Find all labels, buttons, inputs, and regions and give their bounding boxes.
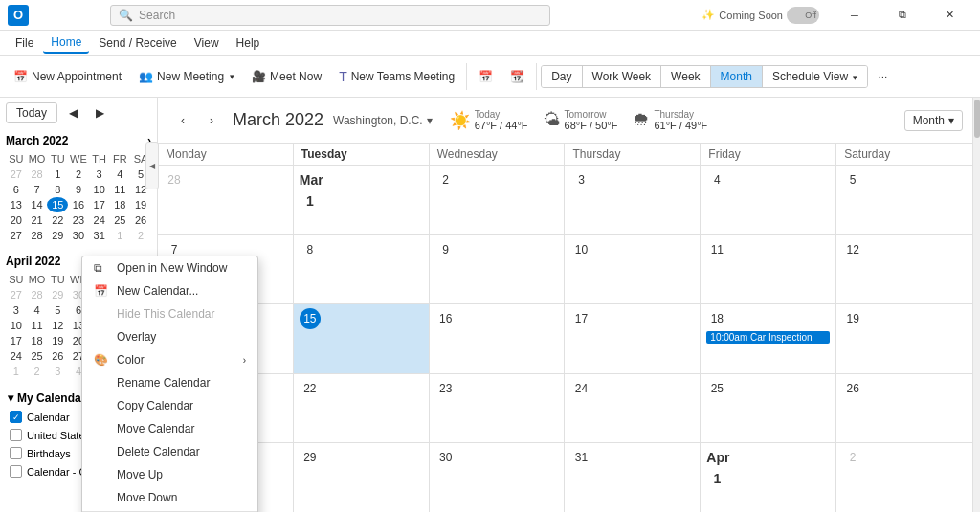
mini-cal-day[interactable]: 23 [68,212,89,228]
calendar-event[interactable]: 10:00am Car Inspection [706,331,830,344]
mini-cal-day[interactable]: 16 [68,197,89,212]
mini-cal-day[interactable]: 1 [6,364,27,379]
mini-cal-day[interactable]: 2 [27,364,48,379]
mini-cal-day[interactable]: 27 [6,167,27,182]
cal-cell[interactable]: 16 [430,304,566,373]
scroll-bar[interactable] [972,98,980,512]
calendar-checkbox[interactable] [10,447,22,459]
mini-cal-day[interactable]: 19 [130,197,151,212]
cal-cell[interactable]: 3 [565,166,701,234]
cal-cell[interactable]: 11 [701,235,836,304]
calendar-location[interactable]: Washington, D.C. ▾ [333,114,433,127]
mini-cal-day[interactable]: 28 [27,287,48,302]
cal-cell[interactable]: Apr 1 [701,443,836,512]
cal-cell[interactable]: 31 [565,443,701,512]
cal-cell[interactable]: 9 [430,235,566,304]
mini-cal-day[interactable]: 15 [47,197,68,212]
next-month-button[interactable]: ▶ [88,101,111,124]
menu-file[interactable]: File [8,33,41,53]
view-work-week-button[interactable]: Work Week [583,66,662,87]
context-menu-item[interactable]: 🎨Color› [82,348,257,371]
cal-cell[interactable]: 19 [836,304,972,373]
mini-cal-day[interactable]: 20 [6,212,27,228]
mini-cal-day[interactable]: 28 [27,167,48,182]
cal-cell[interactable]: 17 [565,304,701,373]
mini-cal-day[interactable]: 13 [6,197,27,212]
context-menu-item[interactable]: Overlay [82,325,257,348]
mini-cal-day[interactable]: 24 [89,212,110,228]
menu-send-receive[interactable]: Send / Receive [91,33,184,53]
mini-cal-day[interactable]: 19 [47,333,68,348]
view-schedule-button[interactable]: Schedule View ▾ [763,66,868,87]
mini-cal-day[interactable]: 26 [47,348,68,364]
menu-home[interactable]: Home [43,33,89,54]
cal-cell[interactable]: 22 [294,374,430,443]
cal-cell[interactable]: 8 [294,235,430,304]
mini-cal-day[interactable]: 1 [47,167,68,182]
scroll-thumb[interactable] [974,100,980,138]
cal-next-button[interactable]: › [200,109,223,132]
mini-cal-day[interactable]: 4 [110,167,131,182]
mini-cal-day[interactable]: 3 [47,364,68,379]
cal-cell[interactable]: 30 [430,443,566,512]
context-menu-item[interactable]: Move Up [82,463,257,486]
mini-cal-day[interactable]: 22 [47,212,68,228]
cal-cell[interactable]: 28 [158,166,294,234]
sidebar-collapse-handle[interactable]: ◀ [145,142,158,189]
context-menu-item[interactable]: Move Calendar [82,417,257,440]
prev-month-button[interactable]: ◀ [61,101,84,124]
menu-view[interactable]: View [187,33,227,53]
cal-cell[interactable]: 25 [701,374,836,443]
cal-cell[interactable]: 1810:00am Car Inspection [701,304,836,373]
mini-cal-day[interactable]: 11 [27,318,48,333]
mini-cal-day[interactable]: 24 [6,348,27,364]
mini-cal-day[interactable]: 3 [89,167,110,182]
mini-cal-day[interactable]: 25 [27,348,48,364]
mini-cal-day[interactable]: 27 [6,287,27,302]
cal-cell[interactable]: Mar 1 [294,166,430,234]
mini-cal-day[interactable]: 18 [27,333,48,348]
restore-button[interactable]: ⧉ [880,0,924,31]
mini-cal-day[interactable]: 26 [130,212,151,228]
cal-cell[interactable]: 24 [565,374,701,443]
mini-cal-day[interactable]: 18 [110,197,131,212]
mini-cal-day[interactable]: 10 [6,318,27,333]
mini-cal-day[interactable]: 30 [68,228,89,243]
mini-cal-day[interactable]: 10 [89,182,110,197]
mini-cal-day[interactable]: 25 [110,212,131,228]
mini-cal-day[interactable]: 31 [89,228,110,243]
mini-cal-day[interactable]: 29 [47,228,68,243]
minimize-button[interactable]: ─ [833,0,877,31]
cal-cell[interactable]: 26 [836,374,972,443]
context-menu-item[interactable]: Move Down [82,486,257,509]
cal-cell[interactable]: 12 [836,235,972,304]
cal-prev-button[interactable]: ‹ [171,109,194,132]
mini-cal-day[interactable]: 1 [110,228,131,243]
context-menu-item[interactable]: Copy Calendar [82,394,257,417]
new-meeting-button[interactable]: 👥 New Meeting ▾ [131,60,242,93]
today-button[interactable]: Today [6,102,57,123]
context-menu-item[interactable]: ⧉Open in New Window [82,256,257,279]
cal-cell[interactable]: 29 [294,443,430,512]
cal-view-selector[interactable]: Month ▾ [904,110,963,131]
cal-cell[interactable]: 2 [430,166,566,234]
mini-cal-day[interactable]: 29 [47,287,68,302]
cal-cell[interactable]: 4 [701,166,836,234]
cal-cell[interactable]: 15 [294,304,430,373]
mini-cal-day[interactable]: 14 [27,197,48,212]
mini-cal-day[interactable]: 28 [27,228,48,243]
mini-cal-day[interactable]: 12 [47,318,68,333]
mini-cal-day[interactable]: 17 [6,333,27,348]
context-menu-item[interactable]: Rename Calendar [82,371,257,394]
mini-cal-day[interactable]: 2 [68,167,89,182]
search-bar[interactable]: 🔍 Search [110,5,550,26]
close-button[interactable]: ✕ [928,0,972,31]
view-day-button[interactable]: Day [542,66,582,87]
cal-cell[interactable]: 2 [836,443,972,512]
menu-help[interactable]: Help [229,33,268,53]
toggle-switch[interactable] [787,7,819,24]
context-menu-item[interactable]: Delete Calendar [82,440,257,463]
view-week-button[interactable]: Week [661,66,710,87]
mini-cal-day[interactable]: 8 [47,182,68,197]
mini-cal-day[interactable]: 27 [6,228,27,243]
